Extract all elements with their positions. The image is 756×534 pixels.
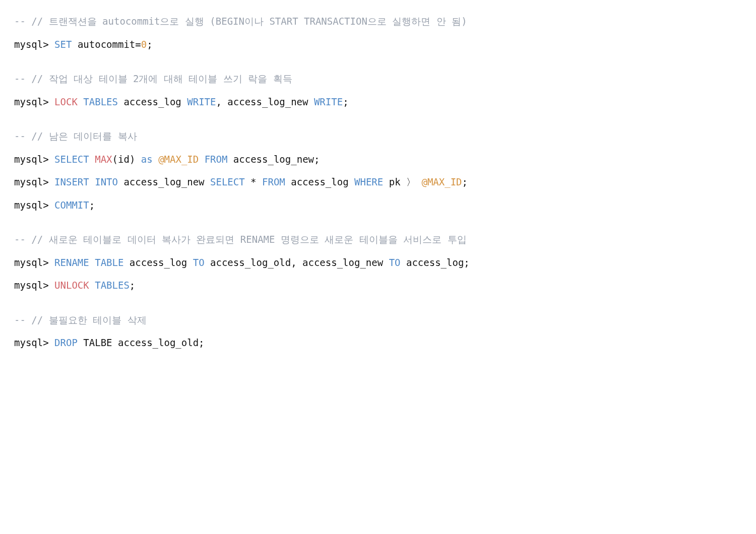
token-text — [89, 154, 95, 165]
token-text: access_log — [118, 96, 187, 107]
token-kw-red: MAX — [95, 154, 112, 165]
token-prompt: mysql — [14, 337, 43, 348]
token-prompt: mysql — [14, 176, 43, 187]
token-text: access_log_old, access_log_new — [205, 257, 389, 268]
token-text: access_log — [123, 257, 193, 268]
token-op: > — [43, 337, 48, 348]
token-text — [135, 154, 141, 165]
token-op: > — [43, 280, 48, 291]
blank-line — [14, 56, 742, 68]
token-kw: TABLES — [95, 280, 130, 291]
token-text — [89, 176, 95, 187]
token-op: > — [43, 199, 48, 211]
token-text: ; — [147, 39, 152, 50]
token-text — [89, 280, 95, 291]
token-kw: TO — [389, 257, 401, 268]
comment-text: -- // 트랜잭션을 autocommit으로 실행 (BEGIN이나 STA… — [14, 16, 467, 27]
token-op: > — [43, 154, 48, 165]
token-text — [49, 96, 54, 107]
comment-line: -- // 작업 대상 테이블 2개에 대해 테이블 쓰기 락을 획득 — [14, 68, 742, 91]
token-text: pk — [383, 176, 406, 187]
blank-line — [14, 113, 742, 125]
comment-line: -- // 불필요한 테이블 삭제 — [14, 309, 742, 332]
comment-text: -- // 불필요한 테이블 삭제 — [14, 314, 147, 325]
token-text: autocommit — [72, 39, 135, 50]
token-text: ; — [462, 176, 468, 187]
code-line: mysql> RENAME TABLE access_log TO access… — [14, 251, 742, 275]
token-kw-red: LOCK — [54, 96, 78, 107]
code-line: mysql> COMMIT; — [14, 194, 742, 217]
token-prompt: mysql — [14, 39, 43, 50]
token-prompt: mysql — [14, 199, 43, 211]
token-kw: TO — [193, 257, 205, 268]
token-kw: SET — [54, 39, 72, 50]
token-prompt: mysql — [14, 257, 43, 268]
token-text: ; — [130, 280, 135, 291]
token-kw: SELECT — [210, 176, 245, 187]
token-op-gt: 〉 — [406, 176, 416, 187]
comment-text: -- // 새로운 테이블로 데이터 복사가 완료되면 RENAME 명령으로 … — [14, 234, 467, 245]
blank-line — [14, 297, 742, 309]
token-text: TALBE access_log_old; — [78, 337, 205, 348]
token-op: = — [135, 39, 141, 50]
token-kw: RENAME — [54, 257, 89, 268]
token-op: > — [43, 39, 48, 50]
token-text: ; — [89, 199, 95, 211]
token-kw: SELECT — [54, 154, 89, 165]
token-text — [49, 337, 54, 348]
code-line: mysql> LOCK TABLES access_log WRITE, acc… — [14, 91, 742, 114]
token-text — [49, 257, 54, 268]
token-kw: INSERT — [54, 176, 89, 187]
token-text: , access_log_new — [216, 96, 313, 107]
token-kw: FROM — [205, 154, 228, 165]
token-text: ; — [343, 96, 348, 107]
code-line: mysql> INSERT INTO access_log_new SELECT… — [14, 171, 742, 194]
token-text — [49, 154, 54, 165]
token-text — [49, 280, 54, 291]
token-text — [89, 257, 95, 268]
token-kw: WRITE — [314, 96, 343, 107]
token-text — [49, 176, 54, 187]
token-prompt: mysql — [14, 280, 43, 291]
token-kw: WHERE — [354, 176, 383, 187]
token-op: * — [250, 176, 256, 187]
comment-text: -- // 남은 데이터를 복사 — [14, 130, 137, 142]
token-kw: TABLES — [83, 96, 118, 107]
token-op: > — [43, 176, 48, 187]
token-text — [49, 39, 54, 50]
token-text — [199, 154, 204, 165]
blank-line — [14, 217, 742, 228]
token-op: > — [43, 96, 48, 107]
comment-line: -- // 남은 데이터를 복사 — [14, 125, 742, 148]
comment-text: -- // 작업 대상 테이블 2개에 대해 테이블 쓰기 락을 획득 — [14, 73, 292, 84]
token-text — [49, 199, 54, 211]
token-kw: WRITE — [187, 96, 216, 107]
token-ident-var: 0 — [141, 39, 147, 50]
token-kw: TABLE — [95, 257, 123, 268]
token-text — [153, 154, 158, 165]
code-line: mysql> SELECT MAX(id) as @MAX_ID FROM ac… — [14, 148, 742, 171]
code-line: mysql> SET autocommit=0; — [14, 33, 742, 56]
token-kw: DROP — [54, 337, 78, 348]
token-prompt: mysql — [14, 154, 43, 165]
token-text: access_log — [285, 176, 354, 187]
token-text — [245, 176, 250, 187]
token-paren: ( — [112, 154, 118, 165]
token-text — [416, 176, 421, 187]
token-prompt: mysql — [14, 96, 43, 107]
token-text: access_log; — [401, 257, 470, 268]
code-line: mysql> DROP TALBE access_log_old; — [14, 331, 742, 355]
token-text: id — [118, 154, 130, 165]
token-text — [78, 96, 83, 107]
token-kw: COMMIT — [54, 199, 89, 211]
token-text: access_log_new — [118, 176, 210, 187]
token-ident-var: @MAX_ID — [158, 154, 199, 165]
token-text — [257, 176, 262, 187]
token-paren: ) — [130, 154, 135, 165]
comment-line: -- // 새로운 테이블로 데이터 복사가 완료되면 RENAME 명령으로 … — [14, 228, 742, 251]
code-block: -- // 트랜잭션을 autocommit으로 실행 (BEGIN이나 STA… — [14, 10, 742, 355]
token-kw-red: UNLOCK — [54, 280, 89, 291]
token-text: access_log_new; — [227, 154, 320, 165]
code-line: mysql> UNLOCK TABLES; — [14, 274, 742, 297]
token-kw: as — [141, 154, 153, 165]
